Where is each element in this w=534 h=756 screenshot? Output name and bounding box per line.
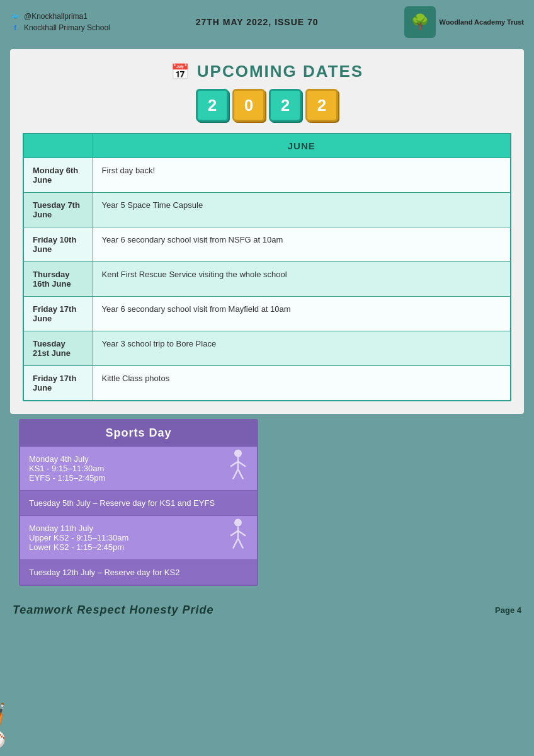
svg-line-9 xyxy=(238,530,246,536)
sports-day-header: Sports Day xyxy=(20,420,257,446)
svg-line-3 xyxy=(238,461,246,466)
section-title: 📅 UPCOMING DATES xyxy=(23,62,511,81)
calendar-icon: 📅 xyxy=(171,63,191,81)
twitter-handle: @Knockhallprima1 xyxy=(24,12,88,21)
facebook-name: Knockhall Primary School xyxy=(24,23,110,32)
table-row-event-6: Kittle Class photos xyxy=(93,366,511,401)
svg-line-11 xyxy=(238,538,243,548)
calendar-table: JUNE Monday 6th JuneFirst day back!Tuesd… xyxy=(23,133,511,401)
issue-text: 27TH MAY 2022, ISSUE 70 xyxy=(196,17,319,27)
svg-line-8 xyxy=(230,530,238,536)
sports-row-0: Monday 4th JulyKS1 - 9:15–11:30amEYFS - … xyxy=(20,446,257,490)
sports-box: Sports Day Monday 4th JulyKS1 - 9:15–11:… xyxy=(19,419,258,586)
facebook-row: f Knockhall Primary School xyxy=(10,23,110,33)
footer-page: Page 4 xyxy=(495,605,521,615)
svg-line-4 xyxy=(233,469,238,479)
svg-line-5 xyxy=(238,469,243,479)
year-blocks: 2 0 2 2 xyxy=(23,89,511,122)
sports-wrapper: 🏏 ⚾ Sports Day Monday 4th JulyKS1 - 9:15… xyxy=(0,419,534,596)
year-digit-1: 2 xyxy=(196,89,229,122)
table-row-date-5: Tuesday 21st June xyxy=(23,331,93,366)
sports-figure-icon-2 xyxy=(225,518,251,558)
year-digit-3: 2 xyxy=(269,89,302,122)
table-row-event-2: Year 6 secondary school visit from NSFG … xyxy=(93,227,511,262)
twitter-icon: 🐦 xyxy=(10,11,20,21)
logo-box: 🌳 xyxy=(404,6,436,38)
col-month-header: JUNE xyxy=(93,134,511,158)
footer-values: Teamwork Respect Honesty Pride xyxy=(13,604,213,617)
sports-row-3: Tuesday 12th July – Reserve day for KS2 xyxy=(20,559,257,585)
header: 🐦 @Knockhallprima1 f Knockhall Primary S… xyxy=(0,0,534,44)
table-row-event-4: Year 6 secondary school visit from Mayfi… xyxy=(93,297,511,331)
svg-point-6 xyxy=(234,518,242,526)
sports-row-2: Monday 11th JulyUpper KS2 - 9:15–11:30am… xyxy=(20,515,257,559)
table-row-date-2: Friday 10th June xyxy=(23,227,93,262)
table-row-date-3: Thursday 16th June xyxy=(23,262,93,297)
svg-point-0 xyxy=(234,449,242,457)
table-row-event-5: Year 3 school trip to Bore Place xyxy=(93,331,511,366)
header-left: 🐦 @Knockhallprima1 f Knockhall Primary S… xyxy=(10,11,110,33)
col-date-header xyxy=(23,134,93,158)
logo-tree-icon: 🌳 xyxy=(411,13,429,31)
table-row-date-0: Monday 6th June xyxy=(23,158,93,193)
baseball-items: 🏏 ⚾ xyxy=(0,706,13,750)
sports-figure-icon-0 xyxy=(225,449,251,488)
table-row-date-4: Friday 17th June xyxy=(23,297,93,331)
table-row-event-1: Year 5 Space Time Capsule xyxy=(93,193,511,227)
footer: Teamwork Respect Honesty Pride Page 4 xyxy=(0,596,534,624)
table-row-event-0: First day back! xyxy=(93,158,511,193)
main-content: 📅 UPCOMING DATES 2 0 2 2 JUNE Monday 6th… xyxy=(10,49,524,414)
table-row-date-1: Tuesday 7th June xyxy=(23,193,93,227)
facebook-icon: f xyxy=(10,23,20,33)
table-row-date-6: Friday 17th June xyxy=(23,366,93,401)
svg-line-2 xyxy=(230,461,238,466)
table-row-event-3: Kent First Rescue Service visiting the w… xyxy=(93,262,511,297)
year-digit-2: 0 xyxy=(232,89,265,122)
year-digit-4: 2 xyxy=(305,89,338,122)
logo-text: Woodland Academy Trust xyxy=(440,18,524,26)
sports-row-1: Tuesday 5th July – Reserve day for KS1 a… xyxy=(20,490,257,515)
twitter-row: 🐦 @Knockhallprima1 xyxy=(10,11,110,21)
page-title: UPCOMING DATES xyxy=(197,62,363,81)
svg-line-10 xyxy=(233,538,238,548)
logo-area: 🌳 Woodland Academy Trust xyxy=(404,6,524,38)
